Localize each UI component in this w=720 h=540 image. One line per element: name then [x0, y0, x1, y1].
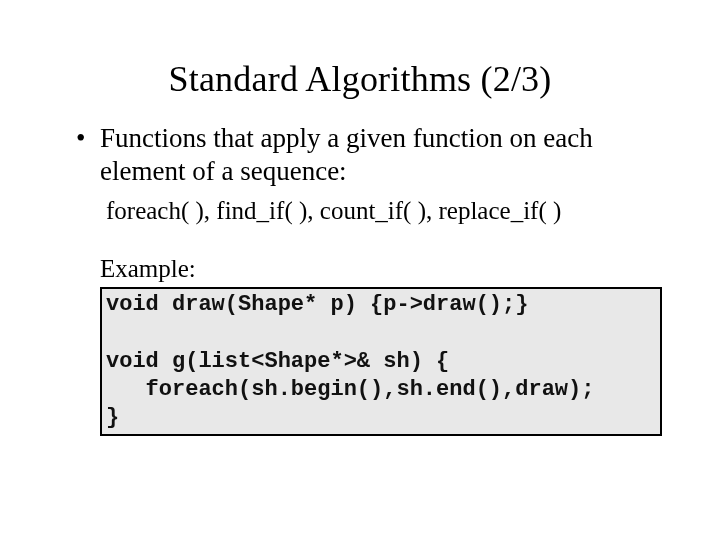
function-list: foreach( ), find_if( ), count_if( ), rep…: [106, 195, 672, 228]
slide: Standard Algorithms (2/3) Functions that…: [0, 58, 720, 540]
bullet-item: Functions that apply a given function on…: [76, 122, 672, 189]
example-label: Example:: [100, 255, 672, 283]
slide-title: Standard Algorithms (2/3): [0, 58, 720, 100]
bullet-list: Functions that apply a given function on…: [76, 122, 672, 189]
code-box: void draw(Shape* p) {p->draw();} void g(…: [100, 287, 662, 436]
slide-body: Functions that apply a given function on…: [76, 122, 672, 436]
